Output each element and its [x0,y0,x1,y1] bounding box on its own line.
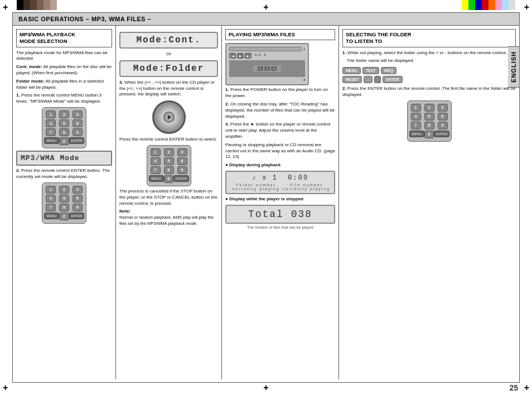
cd-remote-area: 1 2 3 [229,60,305,77]
cd-btn-play[interactable]: ► [237,53,244,59]
mp3-step1: 1. Press the remote control MENU button … [16,93,112,105]
key-1[interactable]: 1 [46,110,56,118]
corner-mark-tl: + [3,3,8,12]
key-menu[interactable]: MENU [44,137,59,144]
lcd-folder-display: Mode:Folder [119,60,218,77]
lcd-cont-display: Mode:Cont. [119,32,218,49]
right-color-strip [462,0,515,10]
key3-3[interactable]: 3 [177,148,187,156]
keypad4-row-3: 7 8 9 [409,122,449,129]
keypad3-row-4: MENU 0 ENTER [149,175,189,183]
remote-btn-text[interactable]: TEXT [362,67,379,74]
remote-btn-enter[interactable]: ENTER [383,76,403,83]
color-red [482,0,489,10]
key2-0[interactable]: 0 [59,213,69,220]
step1-text: Press the remote control MENU button 3 t… [16,93,101,104]
key3-1[interactable]: 1 [151,148,161,156]
key-3[interactable]: 3 [72,110,83,118]
key-4[interactable]: 4 [46,119,56,127]
remote-btn-menu[interactable]: MENU [342,67,361,74]
remote-key-3[interactable]: 3 [271,66,277,71]
remote-btn-reset[interactable]: RESET [342,76,362,83]
section-mp3-playback: MP3/WMA PLAYBACKMODE SELECTION The playb… [13,26,116,379]
key2-menu[interactable]: MENU [44,213,59,219]
key4-3[interactable]: 3 [438,104,448,112]
key3-enter[interactable]: ENTER [173,175,188,182]
page-number: 25 [509,383,518,392]
mp3-mode-display: MP3/WMA Mode [16,151,112,166]
key2-9[interactable]: 9 [72,204,83,211]
key3-7[interactable]: 7 [151,166,161,174]
key4-8[interactable]: 8 [424,122,434,129]
key2-7[interactable]: 7 [46,204,56,211]
keypad2-row-1: 1 2 3 [44,186,84,194]
section-folder-title: SELECTING THE FOLDERTO LISTEN TO [342,29,516,47]
key4-1[interactable]: 1 [411,104,421,112]
transport-wheel[interactable] [152,100,186,134]
remote-btn-minus[interactable]: – [364,76,373,83]
key-7[interactable]: 7 [46,128,56,136]
key4-6[interactable]: 6 [438,113,448,121]
mp3-folder-mode: Folder mode: All playable files in a sel… [16,79,112,91]
key2-5[interactable]: 5 [59,195,69,203]
cross-icon-tm: + [263,2,268,12]
key3-4[interactable]: 4 [151,157,161,165]
key-5[interactable]: 5 [59,119,69,127]
key4-4[interactable]: 4 [411,113,421,121]
key3-0[interactable]: 0 [164,175,174,183]
key2-enter[interactable]: ENTER [69,213,84,219]
remote-key-2[interactable]: 2 [264,66,270,71]
key4-enter[interactable]: ENTER [434,131,449,137]
key3-menu[interactable]: MENU [149,175,164,182]
keypad-4: 1 2 3 4 5 6 7 8 9 MENU 0 ENTER [407,100,452,142]
playing-step3-num: 3. [225,122,229,127]
key-8[interactable]: 8 [59,128,69,136]
keypad3-row-3: 7 8 9 [149,166,189,174]
transport-center[interactable] [163,112,175,123]
remote-key-1[interactable]: 1 [258,66,263,71]
corner-mark-tm: + [263,3,268,12]
corner-mark-bm: + [263,383,268,392]
mode-step3: 3. When the |<< , >>| button on the CD p… [119,80,218,98]
cross-icon-tl: + [3,2,8,12]
key2-3[interactable]: 3 [72,186,83,194]
key4-9[interactable]: 9 [438,122,448,129]
key3-8[interactable]: 8 [164,166,174,174]
key-6[interactable]: 6 [72,119,83,127]
key2-2[interactable]: 2 [59,186,69,194]
key2-1[interactable]: 1 [46,186,56,194]
remote-buttons-area: MENU TEXT WEQ RESET – ENTER [342,67,409,83]
key2-4[interactable]: 4 [46,195,56,203]
cd-controls: |◄ ► ►| 1, 2 3 [229,53,305,59]
mode-step3-text: When the |<< , >>| button on the CD play… [119,80,215,97]
key3-2[interactable]: 2 [164,148,174,156]
key4-7[interactable]: 7 [411,122,421,129]
key3-5[interactable]: 5 [164,157,174,165]
key-2[interactable]: 2 [59,110,69,118]
left-color-strip [17,0,57,10]
color-orange [489,0,495,10]
key4-0[interactable]: 0 [424,131,434,138]
cd-btn-prev[interactable]: |◄ [229,53,236,59]
cd-btn-next[interactable]: ►| [245,53,252,59]
key4-2[interactable]: 2 [424,104,434,112]
stopped-display-text: Total 038 [248,209,312,220]
key3-9[interactable]: 9 [177,166,187,174]
color-yellow [462,0,468,10]
key4-5[interactable]: 5 [424,113,434,121]
color-pink [495,0,502,10]
keypad-row-1: 1 2 3 [44,110,84,118]
keypad4-row-1: 1 2 3 [409,104,449,112]
key4-menu[interactable]: MENU [409,131,424,137]
playing-step1: 1. Press the POWER button on the player … [225,87,335,99]
note-label: Note: [119,209,130,214]
key-9[interactable]: 9 [72,128,83,136]
key2-6[interactable]: 6 [72,195,83,203]
key-enter[interactable]: ENTER [69,137,84,144]
color-green [468,0,475,10]
key3-6[interactable]: 6 [177,157,187,165]
remote-btn-weq[interactable]: WEQ [381,67,397,74]
key2-8[interactable]: 8 [59,204,69,211]
key-0[interactable]: 0 [59,137,69,145]
mp3-cont-mode: Cont. mode: All playable files on the di… [16,64,112,76]
